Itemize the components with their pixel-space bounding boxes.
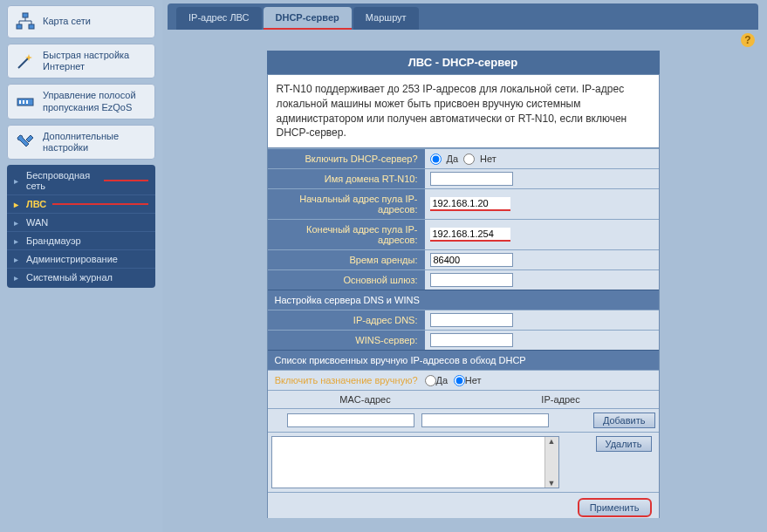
scroll-down-icon[interactable]: ▼ [548, 479, 556, 488]
sub-item-wan[interactable]: WAN [7, 214, 155, 232]
mac-input[interactable] [287, 413, 414, 427]
lease-input[interactable] [430, 253, 513, 267]
sidebar-network-map[interactable]: Карта сети [7, 5, 155, 38]
sub-item-syslog[interactable]: Системный журнал [7, 269, 155, 286]
scroll-up-icon[interactable]: ▲ [548, 437, 556, 446]
svg-rect-6 [26, 100, 28, 104]
domain-input[interactable] [430, 172, 513, 186]
svg-rect-1 [17, 24, 22, 29]
sidebar-label: Управление полосой пропускания EzQoS [43, 90, 149, 113]
tools-icon [15, 132, 36, 153]
gateway-label: Основной шлюз: [268, 270, 425, 290]
bandwidth-icon [15, 92, 36, 113]
manual-yes[interactable] [425, 375, 436, 386]
sub-label: Брандмауэр [26, 235, 81, 246]
domain-label: Имя домена RT-N10: [268, 169, 425, 188]
add-button[interactable]: Добавить [593, 413, 655, 428]
svg-rect-4 [19, 100, 21, 104]
wins-input[interactable] [430, 333, 513, 347]
sidebar: Карта сети Быстрая настройка Интернет Уп… [0, 0, 162, 532]
pool-start-label: Начальный адрес пула IP-адресов: [268, 189, 425, 219]
help-icon[interactable]: ? [741, 33, 755, 47]
enable-dhcp-label: Включить DHCP-сервер? [268, 149, 425, 168]
manual-header: Список присвоенных вручную IP-адресов в … [268, 350, 659, 370]
underline-icon [104, 180, 148, 181]
sub-label: WAN [26, 217, 48, 228]
wins-label: WINS-сервер: [268, 331, 425, 350]
main-area: IP-адрес ЛВС DHCP-сервер Маршрут ? ЛВС -… [162, 0, 767, 532]
sidebar-advanced[interactable]: Дополнительные настройки [7, 125, 155, 160]
sidebar-label: Карта сети [43, 16, 91, 27]
scrollbar[interactable]: ▲▼ [544, 437, 558, 488]
pool-end-input[interactable] [430, 228, 510, 240]
radio-label-no: Нет [465, 375, 482, 385]
svg-rect-5 [23, 100, 24, 104]
gateway-input[interactable] [430, 273, 513, 287]
panel-description: RT-N10 поддерживает до 253 IP-адресов дл… [268, 75, 659, 148]
sub-item-admin[interactable]: Администрирование [7, 250, 155, 269]
assignment-list[interactable]: ▲▼ [271, 436, 559, 488]
panel-title: ЛВС - DHCP-сервер [267, 51, 660, 74]
content: ЛВС - DHCP-сервер RT-N10 поддерживает до… [168, 30, 758, 518]
sub-label: Администрирование [26, 254, 118, 264]
network-map-icon [15, 11, 36, 32]
pool-start-input[interactable] [430, 197, 510, 209]
sidebar-quick-setup[interactable]: Быстрая настройка Интернет [7, 44, 155, 78]
sidebar-label: Быстрая настройка Интернет [43, 50, 149, 72]
magic-wand-icon [15, 51, 36, 72]
radio-label-yes: Да [447, 153, 459, 164]
sidebar-label: Дополнительные настройки [43, 131, 149, 153]
sub-item-wireless[interactable]: Беспроводная сеть [7, 167, 155, 195]
sub-label: ЛВС [26, 199, 46, 209]
col-ip-header: IP-адрес [463, 394, 659, 405]
tabs: IP-адрес ЛВС DHCP-сервер Маршрут [168, 3, 758, 30]
manual-no[interactable] [454, 375, 465, 386]
apply-button[interactable]: Применить [578, 498, 652, 517]
tab-lan-ip[interactable]: IP-адрес ЛВС [176, 7, 262, 30]
dns-input[interactable] [430, 313, 513, 327]
tab-route[interactable]: Маршрут [353, 7, 419, 30]
svg-rect-0 [23, 13, 28, 17]
sub-item-firewall[interactable]: Брандмауэр [7, 232, 155, 250]
ip-input[interactable] [421, 413, 549, 427]
pool-end-label: Конечный адрес пула IP-адресов: [268, 220, 425, 249]
dhcp-panel: RT-N10 поддерживает до 253 IP-адресов дл… [267, 74, 660, 518]
dns-wins-header: Настройка сервера DNS и WINS [268, 290, 659, 310]
col-mac-header: MAC-адрес [268, 394, 463, 405]
svg-rect-2 [29, 24, 34, 29]
radio-label-yes: Да [436, 375, 449, 385]
lease-label: Время аренды: [268, 250, 425, 269]
sidebar-ezqos[interactable]: Управление полосой пропускания EzQoS [7, 84, 155, 119]
radio-label-no: Нет [480, 153, 496, 164]
sub-label: Беспроводная сеть [26, 170, 99, 191]
sub-item-lan[interactable]: ЛВС [7, 195, 155, 214]
manual-enable-label: Включить назначение вручную? [275, 375, 425, 385]
tab-dhcp-server[interactable]: DHCP-сервер [264, 7, 352, 30]
sidebar-submenu: Беспроводная сеть ЛВС WAN Брандмауэр Адм… [7, 165, 155, 288]
underline-icon [52, 203, 148, 205]
enable-dhcp-yes[interactable] [430, 153, 442, 165]
enable-dhcp-no[interactable] [463, 153, 475, 165]
delete-button[interactable]: Удалить [596, 436, 652, 452]
dns-label: IP-адрес DNS: [268, 310, 425, 330]
sub-label: Системный журнал [26, 272, 113, 283]
